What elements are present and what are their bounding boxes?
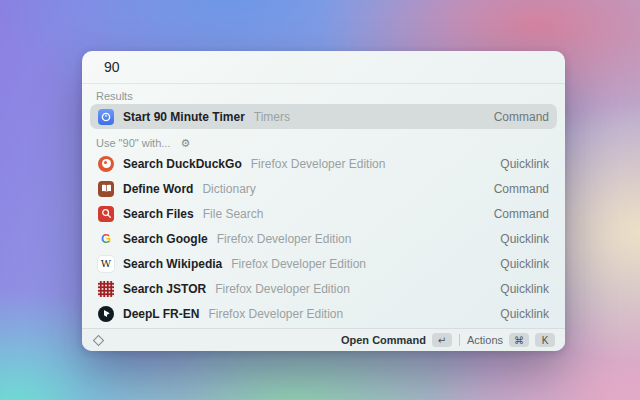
row-accessory: Quicklink	[500, 232, 549, 246]
raycast-window: 90 ResultsStart 90 Minute TimerTimersCom…	[82, 51, 565, 351]
open-command-label: Open Command	[341, 334, 426, 346]
row-accessory: Command	[494, 110, 549, 124]
jstor-icon	[98, 281, 114, 297]
section-label: Results	[96, 90, 133, 102]
command-key-icon: ⌘	[509, 333, 529, 347]
results-list: ResultsStart 90 Minute TimerTimersComman…	[82, 90, 565, 326]
list-item[interactable]: Search DuckDuckGoFirefox Developer Editi…	[90, 151, 557, 176]
gear-icon[interactable]: ⚙	[180, 138, 190, 149]
timer-icon	[98, 109, 114, 125]
list-item[interactable]: Define WordDictionaryCommand	[90, 176, 557, 201]
row-accessory: Quicklink	[500, 257, 549, 271]
actions-label: Actions	[467, 334, 503, 346]
raycast-logo-icon	[92, 334, 105, 347]
row-accessory: Command	[494, 207, 549, 221]
deepl-icon	[98, 306, 114, 322]
row-accessory: Quicklink	[500, 157, 549, 171]
google-icon: G	[98, 231, 114, 247]
list-item[interactable]: DeepL FR-ENFirefox Developer EditionQuic…	[90, 301, 557, 326]
row-title: Search JSTOR	[123, 282, 206, 296]
return-key-icon: ↵	[432, 333, 452, 347]
row-sub: File Search	[203, 207, 264, 221]
section-header: Results	[96, 90, 551, 102]
list-item[interactable]: Search JSTORFirefox Developer EditionQui…	[90, 276, 557, 301]
row-title: Define Word	[123, 182, 193, 196]
row-sub: Firefox Developer Edition	[217, 232, 352, 246]
section-header: Use "90" with...⚙	[96, 137, 551, 149]
row-title: Search Wikipedia	[123, 257, 222, 271]
row-title: Search Google	[123, 232, 208, 246]
footer-divider	[459, 334, 460, 346]
row-sub: Timers	[254, 110, 290, 124]
row-accessory: Command	[494, 182, 549, 196]
row-title: Start 90 Minute Timer	[123, 110, 245, 124]
list-item[interactable]: GSearch GoogleFirefox Developer EditionQ…	[90, 226, 557, 251]
row-accessory: Quicklink	[500, 282, 549, 296]
file-search-icon	[98, 206, 114, 222]
list-item[interactable]: Start 90 Minute TimerTimersCommand	[90, 104, 557, 129]
row-sub: Firefox Developer Edition	[208, 307, 343, 321]
row-sub: Firefox Developer Edition	[231, 257, 366, 271]
row-title: Search Files	[123, 207, 194, 221]
dictionary-icon	[98, 181, 114, 197]
actions-button[interactable]: Actions ⌘ K	[467, 333, 555, 347]
k-key-icon: K	[535, 333, 555, 347]
list-item[interactable]: WSearch WikipediaFirefox Developer Editi…	[90, 251, 557, 276]
search-bar[interactable]: 90	[82, 51, 565, 84]
footer-bar: Open Command ↵ Actions ⌘ K	[82, 328, 565, 351]
row-title: Search DuckDuckGo	[123, 157, 242, 171]
list-item[interactable]: Search FilesFile SearchCommand	[90, 201, 557, 226]
row-sub: Firefox Developer Edition	[215, 282, 350, 296]
duckduckgo-icon	[98, 156, 114, 172]
open-command-button[interactable]: Open Command ↵	[341, 333, 452, 347]
wikipedia-icon: W	[98, 256, 114, 272]
search-input[interactable]: 90	[104, 59, 120, 75]
row-accessory: Quicklink	[500, 307, 549, 321]
row-title: DeepL FR-EN	[123, 307, 199, 321]
row-sub: Dictionary	[202, 182, 255, 196]
row-sub: Firefox Developer Edition	[251, 157, 386, 171]
section-label: Use "90" with...	[96, 137, 170, 149]
